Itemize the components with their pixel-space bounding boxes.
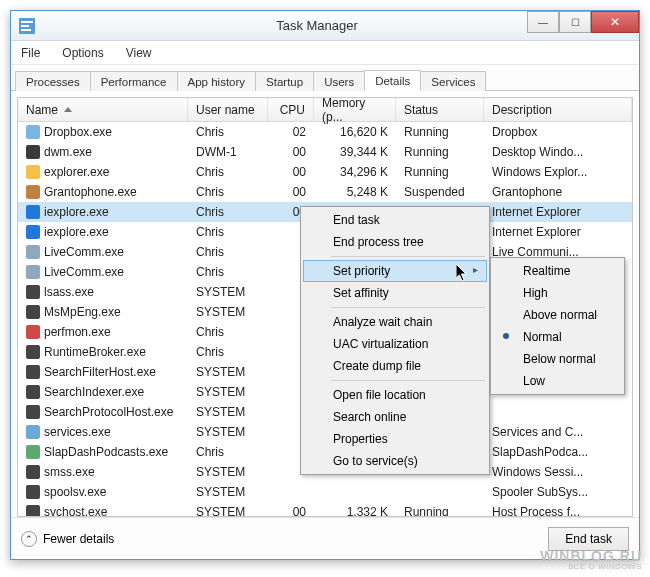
cell-user: Chris [188, 125, 268, 139]
process-icon [26, 405, 40, 419]
col-user[interactable]: User name [188, 98, 268, 121]
cell-cpu: 00 [268, 185, 314, 199]
process-icon [26, 245, 40, 259]
cell-user: SYSTEM [188, 405, 268, 419]
cell-description: Dropbox [484, 125, 632, 139]
col-description[interactable]: Description [484, 98, 632, 121]
ctx-search-online[interactable]: Search online [303, 406, 487, 428]
cell-user: DWM-1 [188, 145, 268, 159]
tab-details[interactable]: Details [364, 70, 421, 91]
cell-description: Desktop Windo... [484, 145, 632, 159]
fewer-details-label: Fewer details [43, 532, 114, 546]
cell-user: Chris [188, 165, 268, 179]
tab-services[interactable]: Services [420, 71, 486, 91]
col-status[interactable]: Status [396, 98, 484, 121]
cell-status: Running [396, 165, 484, 179]
cell-status: Running [396, 145, 484, 159]
priority-below-normal[interactable]: Below normal [493, 348, 622, 370]
priority-low[interactable]: Low [493, 370, 622, 392]
table-row[interactable]: dwm.exeDWM-10039,344 KRunningDesktop Win… [18, 142, 632, 162]
cell-status: Suspended [396, 185, 484, 199]
priority-normal[interactable]: Normal [493, 326, 622, 348]
priority-high[interactable]: High [493, 282, 622, 304]
window-buttons: — ☐ ✕ [527, 11, 639, 33]
menu-view[interactable]: View [122, 44, 156, 62]
process-name: iexplore.exe [44, 205, 109, 219]
cell-description: SlapDashPodca... [484, 445, 632, 459]
ctx-create-dump-file[interactable]: Create dump file [303, 355, 487, 377]
maximize-button[interactable]: ☐ [559, 11, 591, 33]
cell-description: Host Process f... [484, 505, 632, 516]
process-name: explorer.exe [44, 165, 109, 179]
cell-description: Spooler SubSys... [484, 485, 632, 499]
process-name: iexplore.exe [44, 225, 109, 239]
ctx-end-task[interactable]: End task [303, 209, 487, 231]
process-name: dwm.exe [44, 145, 92, 159]
fewer-details-toggle[interactable]: ⌃ Fewer details [21, 531, 114, 547]
process-icon [26, 365, 40, 379]
cell-memory: 5,248 K [314, 185, 396, 199]
menu-options[interactable]: Options [58, 44, 107, 62]
cell-user: SYSTEM [188, 365, 268, 379]
tab-app-history[interactable]: App history [177, 71, 257, 91]
end-task-button[interactable]: End task [548, 527, 629, 551]
menu-file[interactable]: File [17, 44, 44, 62]
cell-user: Chris [188, 245, 268, 259]
cell-user: Chris [188, 265, 268, 279]
process-name: svchost.exe [44, 505, 107, 516]
titlebar: Task Manager — ☐ ✕ [11, 11, 639, 41]
ctx-analyze-wait-chain[interactable]: Analyze wait chain [303, 311, 487, 333]
close-button[interactable]: ✕ [591, 11, 639, 33]
bullet-icon [503, 333, 509, 339]
cell-user: SYSTEM [188, 505, 268, 516]
minimize-button[interactable]: — [527, 11, 559, 33]
priority-above-normal[interactable]: Above normal [493, 304, 622, 326]
table-row[interactable]: spoolsv.exeSYSTEMSpooler SubSys... [18, 482, 632, 502]
ctx-properties[interactable]: Properties [303, 428, 487, 450]
cell-description: Windows Sessi... [484, 465, 632, 479]
cell-status: Running [396, 125, 484, 139]
tab-users[interactable]: Users [313, 71, 365, 91]
col-cpu[interactable]: CPU [268, 98, 314, 121]
tab-startup[interactable]: Startup [255, 71, 314, 91]
col-name[interactable]: Name [18, 98, 188, 121]
process-icon [26, 165, 40, 179]
process-icon [26, 465, 40, 479]
cell-user: Chris [188, 445, 268, 459]
process-icon [26, 345, 40, 359]
ctx-set-affinity[interactable]: Set affinity [303, 282, 487, 304]
process-name: Dropbox.exe [44, 125, 112, 139]
priority-submenu: RealtimeHighAbove normalNormalBelow norm… [490, 257, 625, 395]
cell-cpu: 00 [268, 505, 314, 516]
process-name: SearchFilterHost.exe [44, 365, 156, 379]
process-icon [26, 225, 40, 239]
table-row[interactable]: explorer.exeChris0034,296 KRunningWindow… [18, 162, 632, 182]
tab-processes[interactable]: Processes [15, 71, 91, 91]
table-row[interactable]: Grantophone.exeChris005,248 KSuspendedGr… [18, 182, 632, 202]
process-icon [26, 145, 40, 159]
process-name: LiveComm.exe [44, 245, 124, 259]
cell-cpu: 00 [268, 165, 314, 179]
cell-memory: 16,620 K [314, 125, 396, 139]
cell-user: Chris [188, 345, 268, 359]
cell-user: SYSTEM [188, 465, 268, 479]
cell-memory: 39,344 K [314, 145, 396, 159]
ctx-open-file-location[interactable]: Open file location [303, 384, 487, 406]
table-row[interactable]: Dropbox.exeChris0216,620 KRunningDropbox [18, 122, 632, 142]
ctx-set-priority[interactable]: Set priority [303, 260, 487, 282]
ctx-uac-virtualization[interactable]: UAC virtualization [303, 333, 487, 355]
col-memory[interactable]: Memory (p... [314, 98, 396, 121]
table-row[interactable]: svchost.exeSYSTEM001,332 KRunningHost Pr… [18, 502, 632, 516]
process-name: MsMpEng.exe [44, 305, 121, 319]
priority-realtime[interactable]: Realtime [493, 260, 622, 282]
cell-memory: 1,332 K [314, 505, 396, 516]
chevron-up-icon: ⌃ [21, 531, 37, 547]
process-icon [26, 385, 40, 399]
ctx-end-process-tree[interactable]: End process tree [303, 231, 487, 253]
cell-user: SYSTEM [188, 385, 268, 399]
process-icon [26, 325, 40, 339]
tab-performance[interactable]: Performance [90, 71, 178, 91]
ctx-go-to-service-s-[interactable]: Go to service(s) [303, 450, 487, 472]
process-icon [26, 305, 40, 319]
process-name: LiveComm.exe [44, 265, 124, 279]
